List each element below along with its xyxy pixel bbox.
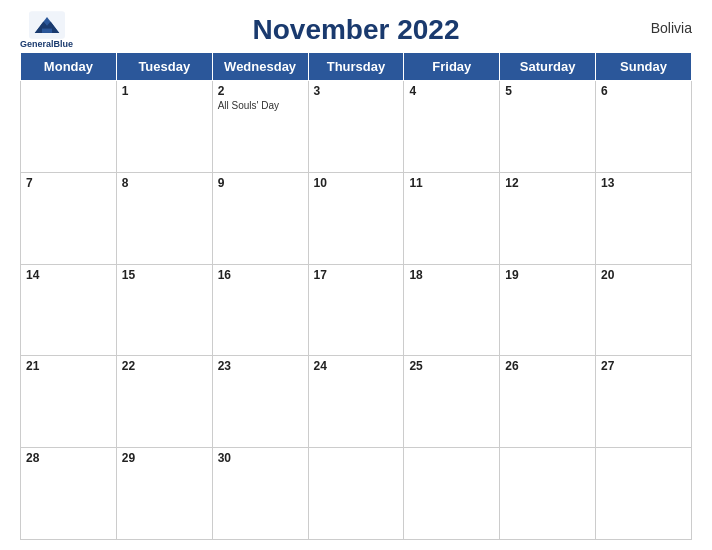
day-number: 26 — [505, 359, 590, 373]
day-number: 4 — [409, 84, 494, 98]
calendar-cell: 22 — [116, 356, 212, 448]
day-number: 19 — [505, 268, 590, 282]
calendar-cell: 25 — [404, 356, 500, 448]
calendar-week-row: 12All Souls' Day3456 — [21, 81, 692, 173]
calendar-cell: 12 — [500, 172, 596, 264]
day-number: 21 — [26, 359, 111, 373]
calendar-table: MondayTuesdayWednesdayThursdayFridaySatu… — [20, 52, 692, 540]
day-number: 24 — [314, 359, 399, 373]
calendar-cell: 1 — [116, 81, 212, 173]
calendar-cell — [404, 448, 500, 540]
calendar-cell: 3 — [308, 81, 404, 173]
day-number: 15 — [122, 268, 207, 282]
weekday-header-tuesday: Tuesday — [116, 53, 212, 81]
day-number: 9 — [218, 176, 303, 190]
day-number: 5 — [505, 84, 590, 98]
day-number: 17 — [314, 268, 399, 282]
calendar-cell: 8 — [116, 172, 212, 264]
month-title: November 2022 — [252, 14, 459, 46]
calendar-cell — [308, 448, 404, 540]
day-number: 8 — [122, 176, 207, 190]
day-number: 3 — [314, 84, 399, 98]
calendar-cell: 14 — [21, 264, 117, 356]
calendar-cell — [596, 448, 692, 540]
calendar-cell: 29 — [116, 448, 212, 540]
day-number: 30 — [218, 451, 303, 465]
calendar-cell: 13 — [596, 172, 692, 264]
day-number: 11 — [409, 176, 494, 190]
calendar-cell: 21 — [21, 356, 117, 448]
calendar-week-row: 282930 — [21, 448, 692, 540]
calendar-cell — [500, 448, 596, 540]
logo: GeneralBlue — [20, 11, 73, 50]
calendar-cell: 20 — [596, 264, 692, 356]
day-number: 20 — [601, 268, 686, 282]
day-number: 10 — [314, 176, 399, 190]
calendar-cell: 16 — [212, 264, 308, 356]
weekday-header-thursday: Thursday — [308, 53, 404, 81]
calendar-cell: 24 — [308, 356, 404, 448]
day-number: 16 — [218, 268, 303, 282]
calendar-cell: 27 — [596, 356, 692, 448]
weekday-header-wednesday: Wednesday — [212, 53, 308, 81]
calendar-cell: 2All Souls' Day — [212, 81, 308, 173]
day-number: 29 — [122, 451, 207, 465]
day-number: 28 — [26, 451, 111, 465]
calendar-cell: 28 — [21, 448, 117, 540]
calendar-cell: 15 — [116, 264, 212, 356]
calendar-cell: 10 — [308, 172, 404, 264]
calendar-header-row: MondayTuesdayWednesdayThursdayFridaySatu… — [21, 53, 692, 81]
day-number: 2 — [218, 84, 303, 98]
day-number: 25 — [409, 359, 494, 373]
calendar-cell: 17 — [308, 264, 404, 356]
calendar-cell: 6 — [596, 81, 692, 173]
calendar-cell: 26 — [500, 356, 596, 448]
day-number: 23 — [218, 359, 303, 373]
day-number: 7 — [26, 176, 111, 190]
weekday-header-monday: Monday — [21, 53, 117, 81]
calendar-week-row: 14151617181920 — [21, 264, 692, 356]
calendar-cell: 11 — [404, 172, 500, 264]
weekday-header-friday: Friday — [404, 53, 500, 81]
calendar-cell: 7 — [21, 172, 117, 264]
calendar-cell: 19 — [500, 264, 596, 356]
day-number: 1 — [122, 84, 207, 98]
calendar-header: GeneralBlue November 2022 Bolivia — [20, 10, 692, 46]
weekday-header-sunday: Sunday — [596, 53, 692, 81]
day-number: 22 — [122, 359, 207, 373]
day-number: 14 — [26, 268, 111, 282]
day-number: 27 — [601, 359, 686, 373]
calendar-cell: 23 — [212, 356, 308, 448]
day-number: 18 — [409, 268, 494, 282]
calendar-cell: 30 — [212, 448, 308, 540]
day-number: 6 — [601, 84, 686, 98]
calendar-week-row: 78910111213 — [21, 172, 692, 264]
calendar-cell: 9 — [212, 172, 308, 264]
day-number: 13 — [601, 176, 686, 190]
weekday-header-saturday: Saturday — [500, 53, 596, 81]
calendar-cell: 4 — [404, 81, 500, 173]
calendar-cell — [21, 81, 117, 173]
calendar-cell: 18 — [404, 264, 500, 356]
event-text: All Souls' Day — [218, 100, 303, 111]
day-number: 12 — [505, 176, 590, 190]
calendar-week-row: 21222324252627 — [21, 356, 692, 448]
logo-text: GeneralBlue — [20, 39, 73, 50]
svg-rect-3 — [41, 28, 51, 32]
calendar-cell: 5 — [500, 81, 596, 173]
country-label: Bolivia — [651, 20, 692, 36]
